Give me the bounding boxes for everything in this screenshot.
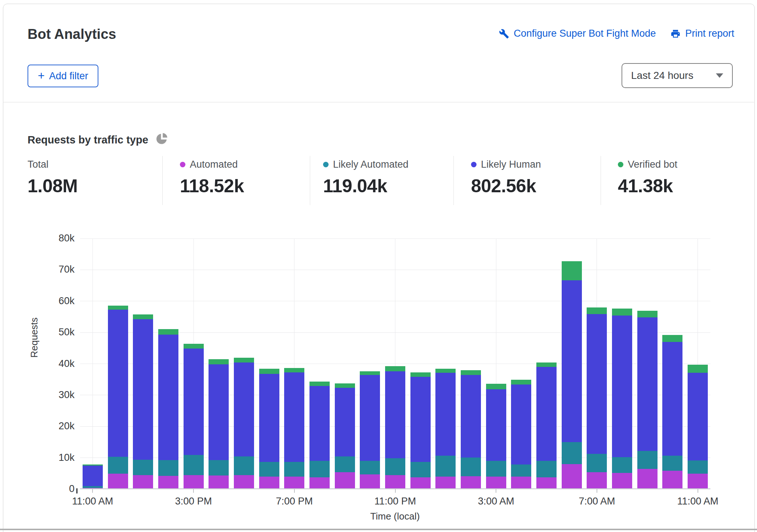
x-tick — [698, 489, 698, 493]
stacked-bar-900am — [637, 311, 658, 489]
likely-human-segment — [637, 317, 658, 451]
header-divider — [3, 102, 754, 102]
stat-divider — [453, 156, 454, 205]
y-tick-label: 70k — [41, 264, 75, 275]
automated-segment — [612, 473, 632, 489]
likely-automated-segment — [435, 456, 456, 477]
automated-segment — [511, 477, 531, 489]
verified-bot-segment — [637, 311, 658, 317]
automated-segment — [637, 469, 658, 489]
configure-link-label: Configure Super Bot Fight Mode — [514, 28, 656, 39]
verified-bot-segment — [108, 306, 128, 310]
likely-automated-segment — [486, 461, 506, 477]
x-tick — [496, 489, 496, 493]
stat-total-label: Total — [28, 159, 48, 170]
likely-automated-segment — [688, 460, 708, 474]
likely-automated-segment — [335, 456, 355, 472]
stacked-bar-900pm — [335, 383, 355, 489]
likely-human-segment — [184, 349, 204, 455]
stacked-bar-500pm — [234, 358, 254, 489]
stacked-bar-800pm — [309, 382, 330, 489]
stat-likely-human[interactable]: Likely Human 802.56k — [471, 159, 541, 197]
verified-bot-segment — [309, 382, 330, 386]
automated-segment — [385, 475, 405, 489]
stacked-bar-1000am — [662, 335, 682, 489]
likely-automated-segment — [511, 464, 531, 476]
verified-bot-segment — [410, 372, 431, 376]
verified-bot-segment — [562, 261, 582, 280]
likely-automated-legend-dot — [323, 162, 329, 167]
likely-automated-segment — [410, 462, 431, 477]
likely-human-segment — [486, 389, 506, 461]
automated-segment — [486, 477, 506, 489]
stat-automated[interactable]: Automated 118.52k — [180, 159, 244, 197]
x-tick-label: 3:00 AM — [478, 496, 514, 507]
y-tick-label: 0 — [41, 483, 75, 495]
x-tick — [92, 489, 93, 493]
pie-chart-icon[interactable] — [155, 132, 168, 148]
likely-automated-segment — [158, 460, 178, 476]
likely-human-segment — [385, 371, 405, 458]
stats-row: Total 1.08M Automated 118.52k Likely Aut… — [0, 156, 757, 207]
stacked-bar-500am — [536, 362, 557, 489]
stacked-bar-400am — [511, 380, 531, 489]
likely-human-segment — [284, 372, 304, 462]
stat-divider — [162, 156, 163, 205]
likely-human-segment — [335, 388, 355, 456]
likely-human-segment — [410, 377, 431, 462]
stacked-bar-100am — [435, 369, 456, 489]
verified-bot-segment — [158, 329, 178, 335]
stat-likely-automated-label: Likely Automated — [333, 159, 409, 170]
add-filter-button[interactable]: + Add filter — [28, 65, 98, 87]
likely-human-segment — [562, 280, 582, 442]
likely-automated-segment — [385, 458, 405, 475]
automated-segment — [662, 471, 682, 489]
automated-segment — [133, 475, 153, 489]
likely-automated-segment — [234, 456, 254, 475]
verified-bot-segment — [486, 384, 506, 389]
likely-automated-segment — [587, 454, 607, 472]
automated-legend-dot — [180, 162, 185, 167]
x-tick-label: 7:00 AM — [579, 496, 615, 507]
stat-total-value: 1.08M — [28, 175, 77, 197]
automated-segment — [184, 475, 204, 489]
stacked-bar-1000pm — [360, 371, 380, 489]
x-tick-label: 3:00 PM — [175, 496, 212, 507]
configure-super-bot-fight-mode-link[interactable]: Configure Super Bot Fight Mode — [499, 28, 656, 39]
print-report-link[interactable]: Print report — [670, 28, 734, 39]
likely-human-segment — [688, 373, 708, 460]
time-range-dropdown[interactable]: Last 24 hours — [622, 63, 733, 88]
likely-human-legend-dot — [471, 162, 477, 167]
stacked-bar-100pm — [133, 314, 153, 489]
stat-likely-human-value: 802.56k — [471, 175, 541, 197]
automated-segment — [461, 476, 481, 489]
stacked-bar-400pm — [209, 359, 229, 489]
likely-automated-segment — [133, 460, 153, 475]
stat-likely-automated-value: 119.04k — [323, 175, 409, 197]
stat-verified-bot[interactable]: Verified bot 41.38k — [618, 159, 677, 197]
wrench-icon — [499, 29, 509, 39]
verified-bot-legend-dot — [618, 162, 623, 167]
x-gridline — [93, 238, 93, 489]
x-tick — [294, 489, 295, 493]
likely-automated-segment — [662, 456, 682, 471]
automated-segment — [587, 472, 607, 489]
plus-icon: + — [38, 70, 45, 81]
likely-human-segment — [83, 466, 103, 486]
stat-likely-automated[interactable]: Likely Automated 119.04k — [323, 159, 409, 197]
verified-bot-segment — [662, 335, 682, 342]
x-tick-label: 7:00 PM — [276, 496, 313, 507]
stat-divider — [601, 156, 601, 205]
x-tick-label: 11:00 AM — [677, 496, 718, 507]
likely-automated-segment — [184, 455, 204, 475]
verified-bot-segment — [587, 307, 607, 314]
automated-segment — [562, 464, 582, 489]
stacked-bar-600am — [562, 261, 582, 489]
likely-automated-segment — [284, 462, 304, 477]
likely-human-segment — [435, 373, 456, 455]
stacked-bar-600pm — [259, 369, 279, 489]
verified-bot-segment — [133, 314, 153, 320]
header-actions: Configure Super Bot Fight Mode Print rep… — [499, 28, 734, 39]
automated-segment — [435, 477, 456, 489]
stat-divider — [310, 156, 310, 205]
